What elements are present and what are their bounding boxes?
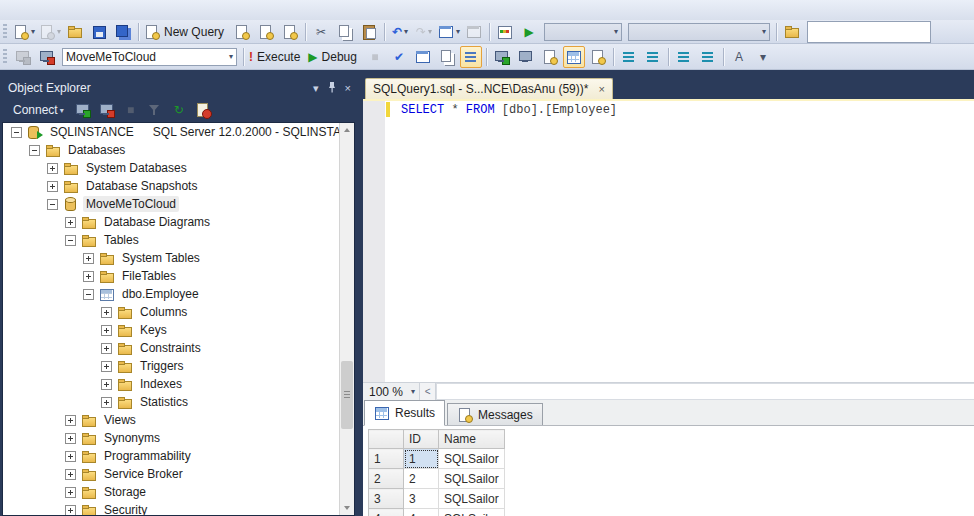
tree-item-database-snapshots[interactable]: Database Snapshots [3,177,354,195]
save-all-icon[interactable] [112,21,134,43]
grid-column-header[interactable]: Name [439,430,505,449]
tree-item-storage[interactable]: Storage [3,483,354,501]
expand-icon[interactable] [101,343,112,354]
tree-item-synonyms[interactable]: Synonyms [3,429,354,447]
tree-item-movemetocloud[interactable]: MoveMeToCloud [3,195,354,213]
grid-cell[interactable]: SQLSailor [439,509,505,516]
activity-monitor-icon[interactable] [494,21,516,43]
grid-row-header[interactable]: 2 [369,469,404,489]
expand-icon[interactable] [65,415,76,426]
tree-item-views[interactable]: Views [3,411,354,429]
expand-icon[interactable] [65,487,76,498]
intellisense-icon[interactable] [460,46,482,68]
hscroll-left-icon[interactable]: < [420,383,436,400]
tree-item-system-tables[interactable]: System Tables [3,249,354,267]
tree-item-database-diagrams[interactable]: Database Diagrams [3,213,354,231]
grid-row-header[interactable]: 4 [369,509,404,516]
results-to-file-icon[interactable] [587,46,609,68]
copy-icon[interactable] [334,21,356,43]
zoom-select[interactable]: 100 % ▾ [363,383,420,400]
increase-indent-icon[interactable] [697,46,719,68]
tree-item-filetables[interactable]: FileTables [3,267,354,285]
collapse-icon[interactable] [29,145,40,156]
grid-cell[interactable]: 1 [404,449,439,469]
collapse-icon[interactable] [47,199,58,210]
expand-icon[interactable] [83,253,94,264]
change-connection-icon[interactable] [36,46,58,68]
tab-messages[interactable]: Messages [447,403,543,425]
toolbar-grip[interactable] [3,24,7,40]
find-in-files-icon[interactable] [781,21,803,43]
debug-button[interactable]: ▶Debug [307,46,362,68]
sql-code-line[interactable]: SELECT * FROM [dbo].[Employee] [401,103,617,117]
grid-cell[interactable]: SQLSailor [439,489,505,509]
results-to-text-icon[interactable] [539,46,561,68]
grid-cell[interactable]: SQLSailor [439,469,505,489]
start-icon[interactable]: ▶ [518,21,540,43]
hscrollbar[interactable] [436,383,974,400]
tree-item-indexes[interactable]: Indexes [3,375,354,393]
tree-item-dbo-employee[interactable]: dbo.Employee [3,285,354,303]
tree-item-tables[interactable]: Tables [3,231,354,249]
query-tab[interactable]: SQLQuery1.sql - S...NCE\DasAnu (59))* × [365,78,613,99]
tree-item-system-databases[interactable]: System Databases [3,159,354,177]
oe-refresh-icon[interactable]: ↻ [168,99,190,121]
expand-icon[interactable] [65,469,76,480]
grid-corner-cell[interactable] [369,430,404,449]
expand-icon[interactable] [65,451,76,462]
navigate-back-icon[interactable]: ▾ [437,21,461,43]
estimated-plan-icon[interactable] [412,46,434,68]
parse-icon[interactable]: ✔ [388,46,410,68]
oe-disconnect-icon[interactable] [96,99,118,121]
expand-icon[interactable] [101,397,112,408]
tree-item-statistics[interactable]: Statistics [3,393,354,411]
navigate-forward-icon[interactable] [463,21,485,43]
query-editor[interactable]: SELECT * FROM [dbo].[Employee] [363,101,974,382]
tree-scrollbar[interactable] [339,123,354,515]
connect-button[interactable]: Connect ▾ [7,98,70,122]
expand-icon[interactable] [65,505,76,516]
tree-item-constraints[interactable]: Constraints [3,339,354,357]
collapse-icon[interactable] [11,127,22,138]
scroll-up-icon[interactable] [340,123,354,138]
mdx-query-icon[interactable] [231,21,253,43]
dmx-query-icon[interactable] [255,21,277,43]
expand-icon[interactable] [47,181,58,192]
grid-row-header[interactable]: 3 [369,489,404,509]
tree-item-columns[interactable]: Columns [3,303,354,321]
database-combo[interactable]: MoveMeToCloud▾ [62,48,237,66]
save-icon[interactable] [88,21,110,43]
grid-cell[interactable]: 4 [404,509,439,516]
toolbar-overflow-icon[interactable]: ▾ [752,46,774,68]
oe-stop-icon[interactable]: ■ [120,99,142,121]
grid-cell[interactable]: SQLSailor [439,449,505,469]
expand-icon[interactable] [65,217,76,228]
oe-connect-icon[interactable] [72,99,94,121]
toolbar-combo-1[interactable]: ▾ [544,23,622,41]
oe-filter-icon[interactable] [144,99,166,121]
comment-icon[interactable] [618,46,640,68]
new-query-button[interactable]: New Query [143,21,229,43]
expand-icon[interactable] [83,271,94,282]
expand-icon[interactable] [101,361,112,372]
stop-icon[interactable]: ■ [364,46,386,68]
tab-close-icon[interactable]: × [598,83,604,95]
grid-column-header[interactable]: ID [404,430,439,449]
tree-item-databases[interactable]: Databases [3,141,354,159]
client-statistics-icon[interactable] [515,46,537,68]
oe-reports-icon[interactable] [192,99,214,121]
paste-icon[interactable] [358,21,380,43]
tree-item-sqlinstance[interactable]: SQLINSTANCESQL Server 12.0.2000 - SQLINS… [3,123,354,141]
template-parameters-icon[interactable]: A [728,46,750,68]
expand-icon[interactable] [101,379,112,390]
grid-cell[interactable]: 3 [404,489,439,509]
expand-icon[interactable] [65,433,76,444]
tree-item-programmability[interactable]: Programmability [3,447,354,465]
execute-button[interactable]: !Execute [248,46,305,68]
collapse-icon[interactable] [65,235,76,246]
new-from-existing-icon[interactable]: ▾ [38,21,62,43]
connect-icon[interactable] [12,46,34,68]
scroll-thumb[interactable] [341,361,353,429]
expand-icon[interactable] [101,307,112,318]
tree-item-triggers[interactable]: Triggers [3,357,354,375]
